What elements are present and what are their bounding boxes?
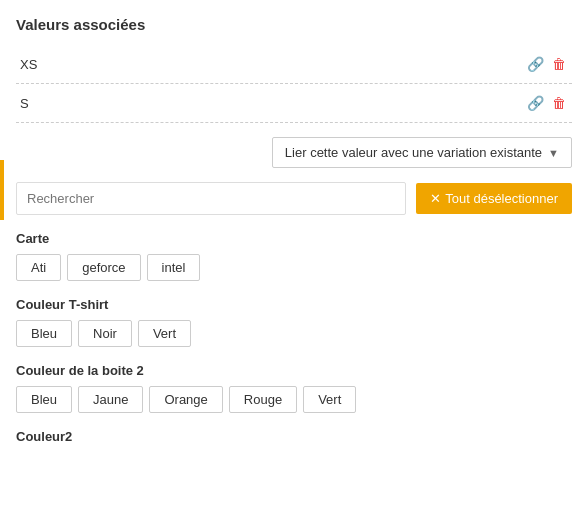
- tag[interactable]: geforce: [67, 254, 140, 281]
- value-row: XS 🔗 🗑: [16, 45, 572, 84]
- trash-icon[interactable]: 🗑: [550, 94, 568, 112]
- tags-container: Atigeforceintel: [16, 254, 572, 281]
- tag[interactable]: Bleu: [16, 386, 72, 413]
- search-bar: ✕Tout désélectionner: [16, 182, 572, 215]
- link-icon[interactable]: 🔗: [526, 94, 544, 112]
- value-row-actions: 🔗 🗑: [526, 55, 568, 73]
- section: CarteAtigeforceintel: [16, 231, 572, 281]
- section: Couleur2: [16, 429, 572, 444]
- value-row: S 🔗 🗑: [16, 84, 572, 123]
- main-container: Valeurs associées XS 🔗 🗑 S 🔗 🗑 Lier cett…: [0, 0, 588, 529]
- tag[interactable]: Ati: [16, 254, 61, 281]
- search-input[interactable]: [16, 182, 406, 215]
- section: Couleur T-shirtBleuNoirVert: [16, 297, 572, 347]
- lier-btn-container: Lier cette valeur avec une variation exi…: [16, 137, 572, 168]
- trash-icon[interactable]: 🗑: [550, 55, 568, 73]
- section-label: Carte: [16, 231, 572, 246]
- tag[interactable]: Jaune: [78, 386, 143, 413]
- tag[interactable]: Vert: [138, 320, 191, 347]
- section-label: Couleur2: [16, 429, 572, 444]
- page-title: Valeurs associées: [16, 16, 572, 33]
- tags-container: BleuNoirVert: [16, 320, 572, 347]
- sections-container: CarteAtigeforceintelCouleur T-shirtBleuN…: [16, 231, 572, 444]
- section: Couleur de la boite 2BleuJauneOrangeRoug…: [16, 363, 572, 413]
- x-icon: ✕: [430, 191, 441, 206]
- section-label: Couleur T-shirt: [16, 297, 572, 312]
- tag[interactable]: Orange: [149, 386, 222, 413]
- tag[interactable]: Noir: [78, 320, 132, 347]
- tag[interactable]: Rouge: [229, 386, 297, 413]
- tag[interactable]: intel: [147, 254, 201, 281]
- section-label: Couleur de la boite 2: [16, 363, 572, 378]
- value-row-label: S: [20, 96, 29, 111]
- deselect-label: Tout désélectionner: [445, 191, 558, 206]
- value-rows-container: XS 🔗 🗑 S 🔗 🗑: [16, 45, 572, 123]
- chevron-down-icon: ▼: [548, 147, 559, 159]
- left-accent-bar: [0, 160, 4, 220]
- lier-button[interactable]: Lier cette valeur avec une variation exi…: [272, 137, 572, 168]
- deselect-button[interactable]: ✕Tout désélectionner: [416, 183, 572, 214]
- tag[interactable]: Bleu: [16, 320, 72, 347]
- tag[interactable]: Vert: [303, 386, 356, 413]
- link-icon[interactable]: 🔗: [526, 55, 544, 73]
- value-row-actions: 🔗 🗑: [526, 94, 568, 112]
- tags-container: BleuJauneOrangeRougeVert: [16, 386, 572, 413]
- lier-button-label: Lier cette valeur avec une variation exi…: [285, 145, 542, 160]
- value-row-label: XS: [20, 57, 37, 72]
